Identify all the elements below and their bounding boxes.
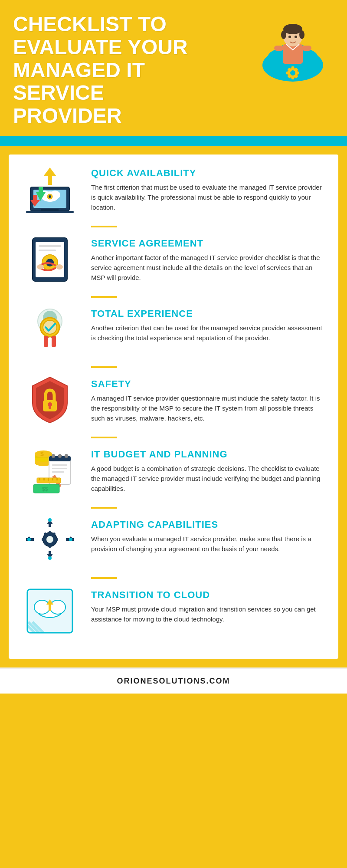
svg-rect-72 — [43, 478, 45, 480]
divider-3 — [91, 366, 117, 368]
svg-rect-30 — [26, 211, 74, 213]
quick-availability-content: QUICK AVAILABILITY The first criterion t… — [91, 163, 325, 213]
item-title-2: SERVICE AGREEMENT — [91, 238, 325, 249]
item-text-4: A managed IT service provider questionna… — [91, 393, 325, 424]
svg-rect-75 — [56, 478, 58, 480]
svg-point-64 — [65, 454, 68, 458]
svg-point-41 — [37, 264, 44, 270]
item-text-1: The first criterion that must be used to… — [91, 182, 325, 213]
svg-rect-66 — [52, 468, 67, 469]
divider-5 — [91, 507, 117, 509]
safety-content: SAFETY A managed IT service provider que… — [91, 374, 325, 424]
item-title-1: QUICK AVAILABILITY — [91, 168, 325, 179]
item-title-7: TRANSITION TO CLOUD — [91, 589, 325, 601]
svg-point-106 — [34, 600, 50, 614]
list-item: TRANSITION TO CLOUD Your MSP must provid… — [22, 585, 325, 641]
svg-rect-81 — [49, 543, 51, 548]
svg-rect-37 — [39, 245, 61, 247]
footer-text: ORIONESOLUTIONS.COM — [117, 677, 230, 685]
divider-2 — [91, 296, 117, 298]
item-text-3: Another criterion that can be used for t… — [91, 323, 325, 343]
svg-point-18 — [299, 30, 304, 39]
svg-rect-8 — [286, 72, 289, 74]
svg-point-63 — [58, 454, 62, 458]
list-item: QUICK AVAILABILITY The first criterion t… — [22, 163, 325, 220]
main-content: QUICK AVAILABILITY The first criterion t… — [0, 146, 347, 667]
svg-rect-83 — [54, 538, 58, 541]
list-item: SAFETY A managed IT service provider que… — [22, 374, 325, 431]
svg-rect-80 — [49, 531, 51, 536]
list-item: TOTAL EXPERIENCE Another criterion that … — [22, 304, 325, 360]
header: CHECKLIST TO EVALUATE YOUR MANAGED IT SE… — [0, 0, 347, 136]
svg-rect-50 — [52, 336, 56, 347]
svg-rect-21 — [274, 46, 284, 51]
total-experience-icon — [22, 304, 78, 356]
svg-rect-7 — [291, 76, 294, 79]
svg-marker-32 — [43, 168, 56, 185]
checklist-card: QUICK AVAILABILITY The first criterion t… — [9, 155, 338, 659]
teal-divider — [0, 136, 347, 146]
list-item: $ — [22, 444, 325, 501]
svg-point-79 — [46, 536, 53, 543]
divider-1 — [91, 226, 117, 227]
item-text-7: Your MSP must provide cloud migration an… — [91, 604, 325, 625]
svg-point-16 — [283, 24, 302, 34]
svg-point-19 — [288, 36, 291, 38]
svg-point-62 — [52, 454, 55, 458]
page-title: CHECKLIST TO EVALUATE YOUR MANAGED IT SE… — [13, 13, 195, 128]
svg-point-97 — [69, 538, 72, 541]
cloud-transition-icon — [22, 585, 78, 637]
list-item: ADAPTING CAPABILITIES When you evaluate … — [22, 515, 325, 571]
divider-4 — [91, 437, 117, 438]
item-text-2: Another important factor of the managed … — [91, 253, 325, 283]
svg-text:$: $ — [40, 450, 44, 457]
budget-content: IT BUDGET AND PLANNING A good budget is … — [91, 444, 325, 494]
cloud-transition-content: TRANSITION TO CLOUD Your MSP must provid… — [91, 585, 325, 625]
svg-point-29 — [49, 195, 51, 198]
svg-point-96 — [27, 538, 31, 541]
item-title-4: SAFETY — [91, 378, 325, 390]
adapting-content: ADAPTING CAPABILITIES When you evaluate … — [91, 515, 325, 554]
quick-availability-icon — [22, 163, 78, 215]
svg-rect-14 — [283, 44, 303, 64]
header-illustration — [256, 13, 334, 87]
adapting-icon — [22, 515, 78, 567]
svg-rect-38 — [39, 250, 56, 251]
svg-rect-74 — [52, 478, 53, 480]
svg-rect-67 — [52, 471, 64, 473]
svg-point-99 — [48, 556, 52, 560]
footer: ORIONESOLUTIONS.COM — [0, 667, 347, 694]
service-agreement-content: SERVICE AGREEMENT Another important fact… — [91, 233, 325, 283]
budget-icon: $ — [22, 444, 78, 496]
svg-rect-65 — [52, 464, 67, 466]
item-title-3: TOTAL EXPERIENCE — [91, 308, 325, 319]
safety-icon — [22, 374, 78, 426]
svg-rect-73 — [48, 478, 49, 481]
svg-rect-6 — [291, 66, 294, 69]
svg-rect-82 — [42, 538, 46, 541]
svg-rect-31 — [41, 209, 59, 211]
item-title-5: IT BUDGET AND PLANNING — [91, 449, 325, 460]
svg-rect-22 — [302, 46, 311, 51]
service-agreement-icon — [22, 233, 78, 286]
svg-rect-49 — [44, 336, 48, 347]
svg-rect-71 — [39, 478, 40, 480]
svg-rect-53 — [49, 404, 51, 409]
item-text-5: A good budget is a combination of strate… — [91, 464, 325, 494]
svg-point-17 — [281, 30, 286, 39]
svg-rect-9 — [296, 72, 299, 74]
svg-point-20 — [295, 36, 297, 38]
item-text-6: When you evaluate a managed IT service p… — [91, 534, 325, 554]
divider-6 — [91, 577, 117, 579]
svg-point-107 — [50, 600, 65, 614]
svg-text:$$: $$ — [42, 486, 48, 492]
list-item: SERVICE AGREEMENT Another important fact… — [22, 233, 325, 290]
total-experience-content: TOTAL EXPERIENCE Another criterion that … — [91, 304, 325, 343]
svg-point-98 — [48, 518, 52, 522]
item-title-6: ADAPTING CAPABILITIES — [91, 519, 325, 530]
svg-point-5 — [290, 70, 295, 76]
svg-point-42 — [56, 264, 63, 270]
